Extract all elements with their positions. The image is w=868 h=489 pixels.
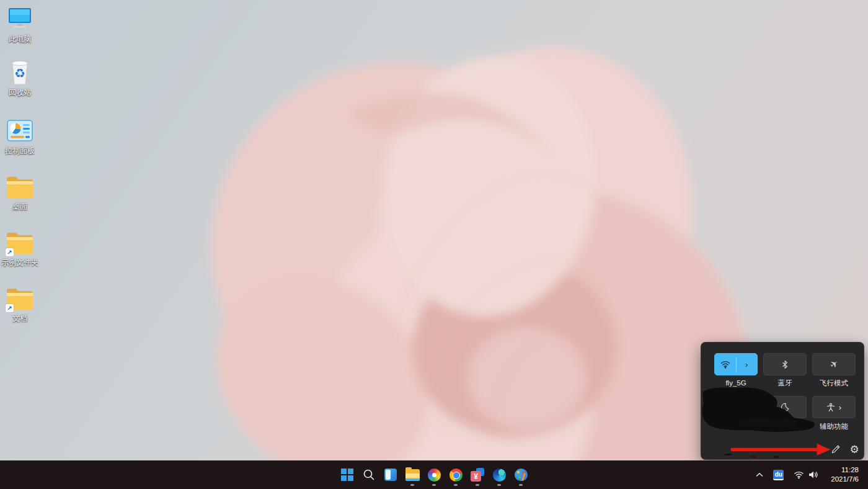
- night-mode-tile[interactable]: [763, 396, 807, 418]
- desktop-icon-folder-sample[interactable]: ↗ 示例文件夹: [1, 228, 38, 267]
- chrome-button[interactable]: [448, 463, 464, 487]
- system-tray: du 11:28 20: [753, 460, 864, 489]
- photos-button[interactable]: [426, 463, 442, 487]
- shortcut-arrow-icon: ↗: [6, 248, 14, 256]
- moon-icon: [781, 403, 789, 411]
- search-button[interactable]: [361, 463, 377, 487]
- finance-app-button[interactable]: ¥: [469, 463, 485, 487]
- gear-icon: ⚙: [849, 443, 859, 456]
- desktop-icon-label: 回收站: [1, 88, 38, 97]
- paint-icon: [515, 469, 528, 481]
- pencil-icon: [831, 444, 841, 454]
- this-pc-icon: [5, 5, 35, 34]
- settings-button[interactable]: ⚙: [846, 442, 862, 457]
- desktop-icon-label: 文档: [1, 314, 38, 323]
- wifi-tile[interactable]: ›: [714, 353, 758, 375]
- desktop-icon-folder-desktop[interactable]: 桌面: [1, 173, 38, 211]
- wifi-tray-icon: [794, 470, 804, 479]
- start-button[interactable]: [339, 463, 355, 487]
- baidu-netdisk-icon: du: [773, 470, 784, 480]
- shortcut-arrow-icon: ↗: [6, 304, 14, 312]
- edge-icon: [493, 469, 506, 482]
- network-volume-button[interactable]: [790, 464, 822, 485]
- volume-icon: [808, 470, 818, 479]
- chevron-right-icon: ›: [745, 361, 748, 369]
- svg-text:♻: ♻: [14, 66, 25, 81]
- bluetooth-tile-label: 蓝牙: [758, 379, 812, 387]
- airplane-icon: ✈: [827, 357, 840, 371]
- paint-button[interactable]: [513, 463, 529, 487]
- edge-button[interactable]: [491, 463, 507, 487]
- photos-icon: [428, 469, 441, 482]
- widgets-button[interactable]: [383, 463, 399, 487]
- chevron-up-icon: [756, 472, 763, 477]
- folder-icon: [5, 173, 35, 201]
- running-indicator: [432, 484, 436, 486]
- finance-app-icon: ¥: [471, 468, 484, 482]
- search-icon: [363, 469, 375, 481]
- airplane-mode-tile-label: 飞行模式: [807, 379, 861, 387]
- running-indicator: [476, 484, 479, 486]
- running-indicator: [497, 484, 501, 486]
- baidu-netdisk-tray-button[interactable]: du: [770, 464, 787, 485]
- folder-shortcut-icon: ↗: [5, 228, 35, 257]
- running-indicator: [454, 484, 458, 486]
- accessibility-icon: [826, 403, 835, 412]
- desktop-icon-label: 桌面: [1, 202, 38, 211]
- bluetooth-tile[interactable]: [763, 353, 807, 375]
- desktop-icon-folder-documents[interactable]: ↗ 文档: [1, 284, 38, 323]
- desktop-icon-control-panel[interactable]: 控制面板: [1, 117, 38, 155]
- windows-desktop: 此电脑 ♻ 回收站 控制面板: [0, 0, 868, 489]
- quick-settings-panel: › ✈ fly_5G 蓝牙 飞行模式: [701, 342, 864, 460]
- folder-shortcut-icon: ↗: [5, 284, 35, 313]
- wifi-toggle-button[interactable]: [715, 354, 736, 375]
- file-explorer-icon: [405, 469, 420, 481]
- running-indicator: [410, 484, 414, 486]
- bluetooth-icon: [781, 360, 789, 369]
- desktop-icon-label: 示例文件夹: [1, 258, 38, 267]
- obscured-tile[interactable]: [714, 396, 758, 418]
- edit-quick-settings-button[interactable]: [828, 442, 844, 457]
- taskbar-center-icons: ¥: [339, 460, 529, 489]
- widgets-icon: [384, 469, 397, 481]
- control-panel-icon: [5, 117, 35, 145]
- accessibility-tile-label: 辅助功能: [807, 422, 861, 431]
- chevron-right-icon: ›: [839, 403, 841, 411]
- taskbar: ¥ du: [0, 460, 868, 489]
- recycle-bin-icon: ♻: [5, 58, 35, 87]
- tray-overflow-button[interactable]: [753, 464, 766, 485]
- tray-date: 2021/7/6: [831, 475, 859, 484]
- desktop-icon-label: 控制面板: [1, 146, 38, 155]
- annotation-arrow: [731, 444, 831, 455]
- file-explorer-button[interactable]: [404, 463, 420, 487]
- desktop-icon-this-pc[interactable]: 此电脑: [1, 5, 38, 43]
- clock-button[interactable]: 11:28 2021/7/6: [825, 464, 864, 485]
- windows-logo-icon: [341, 469, 353, 481]
- airplane-mode-tile[interactable]: ✈: [812, 353, 856, 375]
- wifi-icon: [720, 361, 730, 369]
- tray-time: 11:28: [831, 465, 859, 475]
- chrome-icon: [450, 469, 463, 482]
- wifi-tile-label: fly_5G: [709, 379, 763, 387]
- desktop-icon-recycle-bin[interactable]: ♻ 回收站: [1, 58, 38, 97]
- running-indicator: [519, 484, 523, 486]
- desktop-icon-label: 此电脑: [1, 35, 38, 43]
- accessibility-tile[interactable]: ›: [812, 396, 856, 418]
- wifi-expand-chevron[interactable]: ›: [737, 354, 758, 375]
